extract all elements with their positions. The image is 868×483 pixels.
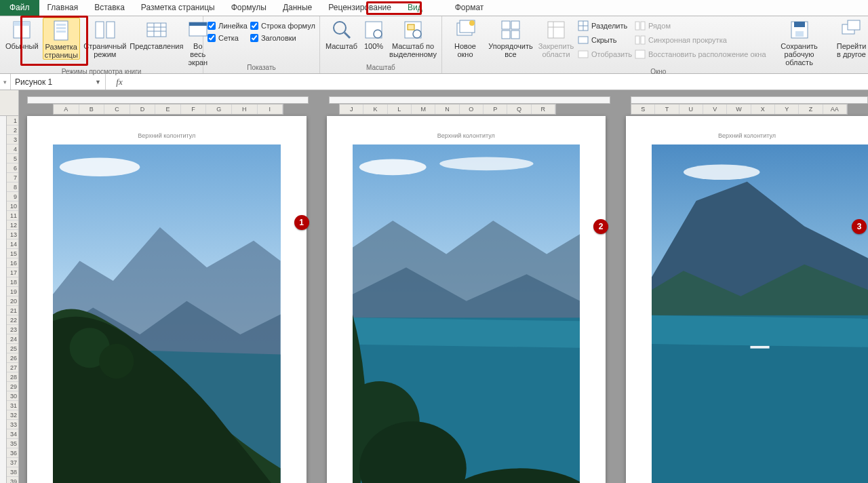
tab-format[interactable]: Формат xyxy=(447,0,492,16)
row-header-20[interactable]: 20 xyxy=(7,296,18,306)
fx-button[interactable]: fx xyxy=(106,77,133,88)
row-header-23[interactable]: 23 xyxy=(7,325,18,334)
headings-checkbox[interactable]: Заголовки xyxy=(250,34,315,42)
page-break-preview-button[interactable]: Страничный режим xyxy=(83,18,127,58)
row-header-5[interactable]: 5 xyxy=(7,154,18,163)
tab-insert[interactable]: Вставка xyxy=(86,0,133,16)
row-header-15[interactable]: 15 xyxy=(7,249,18,258)
row-header-18[interactable]: 18 xyxy=(7,277,18,287)
tab-data[interactable]: Данные xyxy=(275,0,320,16)
select-all-corner[interactable] xyxy=(0,90,19,116)
row-header-6[interactable]: 6 xyxy=(7,163,18,173)
gridlines-checkbox[interactable]: Сетка xyxy=(208,34,248,42)
row-header-12[interactable]: 12 xyxy=(7,220,18,230)
row-header-28[interactable]: 28 xyxy=(7,372,18,382)
row-header-17[interactable]: 17 xyxy=(7,268,18,277)
column-header-Z[interactable]: Z xyxy=(799,104,823,114)
column-header-AA[interactable]: AA xyxy=(823,104,847,114)
row-header-31[interactable]: 31 xyxy=(7,401,18,410)
row-header-7[interactable]: 7 xyxy=(7,173,18,182)
column-header-U[interactable]: U xyxy=(679,104,703,114)
column-header-B[interactable]: B xyxy=(79,104,105,114)
row-header-30[interactable]: 30 xyxy=(7,391,18,401)
ruler-checkbox[interactable]: Линейка xyxy=(208,22,248,30)
column-header-E[interactable]: E xyxy=(155,104,181,114)
row-header-35[interactable]: 35 xyxy=(7,439,18,448)
tab-formulas[interactable]: Формулы xyxy=(223,0,275,16)
row-header-29[interactable]: 29 xyxy=(7,382,18,391)
row-header-13[interactable]: 13 xyxy=(7,230,18,239)
row-header-25[interactable]: 25 xyxy=(7,344,18,353)
page-header-2[interactable]: Верхний колонтитул xyxy=(327,116,606,144)
column-header-F[interactable]: F xyxy=(181,104,207,114)
column-header-Q[interactable]: Q xyxy=(507,104,531,114)
row-header-14[interactable]: 14 xyxy=(7,239,18,249)
column-headers-1[interactable]: ABCDEFGHI xyxy=(53,104,283,115)
row-header-26[interactable]: 26 xyxy=(7,353,18,363)
column-header-L[interactable]: L xyxy=(388,104,412,114)
new-window-button[interactable]: Новое окно xyxy=(446,18,484,58)
row-header-33[interactable]: 33 xyxy=(7,420,18,429)
page-header-1[interactable]: Верхний колонтитул xyxy=(27,116,307,144)
column-header-R[interactable]: R xyxy=(532,104,555,114)
column-header-X[interactable]: X xyxy=(751,104,775,114)
worksheet-area[interactable]: ABCDEFGHI JKLMNOPQR STUVWXYZAA 123456789… xyxy=(0,90,868,483)
row-header-1[interactable]: 1 xyxy=(7,116,18,125)
row-headers[interactable]: 1234567891011121314151617181920212223242… xyxy=(7,116,19,483)
row-header-27[interactable]: 27 xyxy=(7,363,18,372)
column-header-D[interactable]: D xyxy=(130,104,156,114)
zoom-100-button[interactable]: 100% xyxy=(361,18,386,50)
column-header-A[interactable]: A xyxy=(54,104,79,114)
embedded-image-3[interactable] xyxy=(652,144,868,483)
row-header-16[interactable]: 16 xyxy=(7,258,18,268)
row-header-4[interactable]: 4 xyxy=(7,144,18,154)
custom-views-button[interactable]: Представления xyxy=(130,18,183,50)
column-header-T[interactable]: T xyxy=(655,104,679,114)
formula-bar-checkbox[interactable]: Строка формул xyxy=(250,22,315,30)
row-header-34[interactable]: 34 xyxy=(7,429,18,439)
row-header-21[interactable]: 21 xyxy=(7,306,18,315)
save-workspace-button[interactable]: Сохранить рабочую область xyxy=(769,18,830,66)
name-box-dropdown-icon[interactable]: ▼ xyxy=(95,79,101,85)
row-header-2[interactable]: 2 xyxy=(7,125,18,135)
zoom-selection-button[interactable]: Масштаб по выделенному xyxy=(389,18,437,58)
row-header-36[interactable]: 36 xyxy=(7,448,18,458)
column-header-Y[interactable]: Y xyxy=(775,104,799,114)
hide-button[interactable]: Скрыть xyxy=(578,34,632,46)
column-header-G[interactable]: G xyxy=(206,104,232,114)
tab-file[interactable]: Файл xyxy=(0,0,39,16)
column-headers-3[interactable]: STUVWXYZAA xyxy=(631,104,848,115)
row-header-10[interactable]: 10 xyxy=(7,201,18,211)
embedded-image-1[interactable] xyxy=(53,144,281,483)
row-header-39[interactable]: 39 xyxy=(7,477,18,483)
row-header-32[interactable]: 32 xyxy=(7,410,18,420)
column-headers-2[interactable]: JKLMNOPQR xyxy=(339,104,556,115)
tab-pagelayout[interactable]: Разметка страницы xyxy=(133,0,223,16)
zoom-button[interactable]: Масштаб xyxy=(324,18,359,50)
column-header-M[interactable]: M xyxy=(412,104,435,114)
normal-view-button[interactable]: Обычный xyxy=(4,18,40,50)
arrange-all-button[interactable]: Упорядочить все xyxy=(487,18,534,58)
column-header-W[interactable]: W xyxy=(727,104,751,114)
embedded-image-2[interactable] xyxy=(353,144,580,483)
freeze-panes-button[interactable]: Закрепить области xyxy=(537,18,575,58)
row-header-9[interactable]: 9 xyxy=(7,192,18,201)
page-layout-button[interactable]: Разметка страницы xyxy=(43,18,80,60)
row-header-11[interactable]: 11 xyxy=(7,211,18,220)
row-header-8[interactable]: 8 xyxy=(7,182,18,192)
column-header-H[interactable]: H xyxy=(232,104,258,114)
tab-home[interactable]: Главная xyxy=(39,0,87,16)
column-header-J[interactable]: J xyxy=(340,104,363,114)
column-header-I[interactable]: I xyxy=(258,104,283,114)
split-button[interactable]: Разделить xyxy=(578,20,632,32)
row-header-37[interactable]: 37 xyxy=(7,458,18,467)
column-header-V[interactable]: V xyxy=(703,104,727,114)
column-header-K[interactable]: K xyxy=(363,104,387,114)
column-header-S[interactable]: S xyxy=(631,104,655,114)
switch-windows-button[interactable]: Перейти в другое xyxy=(833,18,868,58)
row-header-22[interactable]: 22 xyxy=(7,315,18,325)
page-header-3[interactable]: Верхний колонтитул xyxy=(626,116,868,144)
column-header-C[interactable]: C xyxy=(104,104,130,114)
row-header-38[interactable]: 38 xyxy=(7,467,18,477)
row-header-24[interactable]: 24 xyxy=(7,334,18,344)
